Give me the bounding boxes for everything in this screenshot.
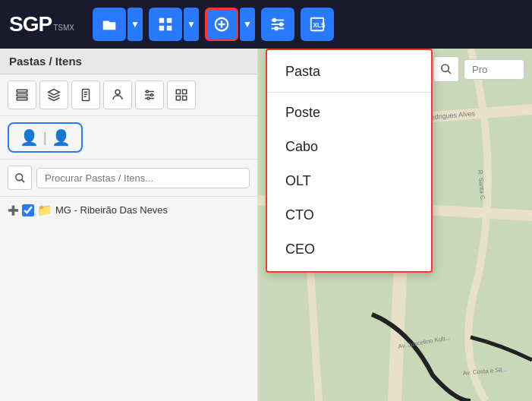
tree-expand-icon[interactable]: ➕: [8, 205, 19, 216]
user-red-icon: 👤: [52, 128, 71, 147]
map-search-icon[interactable]: [433, 56, 459, 82]
search-button[interactable]: [8, 166, 32, 190]
add-dropdown-arrow[interactable]: ▼: [240, 8, 255, 41]
tree-area: ➕ 📁 MG - Ribeirão Das Neves: [0, 197, 257, 223]
svg-line-34: [21, 179, 24, 182]
svg-point-26: [146, 90, 149, 93]
svg-rect-30: [183, 90, 187, 93]
logo-sgp-text: SGP: [9, 14, 52, 35]
breadcrumb: Pastas / Itens: [0, 49, 257, 74]
grid-button[interactable]: [149, 8, 182, 41]
user-filter-divider: |: [43, 130, 47, 146]
search-bar: [0, 159, 257, 197]
svg-point-12: [275, 27, 278, 30]
dropdown-item-olt[interactable]: OLT: [267, 164, 431, 198]
logo-tsmx-text: TSMX: [53, 24, 74, 32]
search-input[interactable]: [36, 168, 250, 188]
add-button[interactable]: [205, 8, 238, 41]
svg-point-11: [280, 23, 283, 26]
folder-btn-group: ▼: [93, 8, 143, 41]
toolbar-icon-tune[interactable]: [135, 81, 164, 109]
toolbar-icon-list[interactable]: [8, 81, 36, 109]
grid-dropdown-arrow[interactable]: ▼: [184, 8, 199, 41]
dropdown-item-ceo[interactable]: CEO: [267, 232, 431, 267]
user-filter-section: 👤 | 👤: [0, 116, 257, 159]
svg-rect-0: [159, 18, 164, 23]
map-search-input[interactable]: [464, 59, 524, 80]
folder-dropdown-arrow[interactable]: ▼: [127, 8, 143, 41]
svg-point-22: [115, 90, 120, 94]
svg-rect-32: [183, 96, 187, 100]
svg-rect-2: [159, 26, 164, 30]
settings-button[interactable]: [261, 8, 294, 41]
toolbar-icon-timer[interactable]: [71, 81, 100, 109]
dropdown-item-poste[interactable]: Poste: [267, 96, 431, 130]
dropdown-item-cabo[interactable]: Cabo: [267, 130, 431, 164]
icon-toolbar: [0, 74, 257, 116]
toolbar-icon-grid2[interactable]: [167, 81, 196, 109]
user-green-icon: 👤: [20, 128, 39, 147]
dropdown-item-pasta[interactable]: Pasta: [267, 55, 431, 89]
tree-folder-icon: 📁: [37, 203, 52, 217]
dropdown-overlay: Pasta Poste Cabo OLT CTO CEO: [266, 49, 433, 273]
toolbar-icon-person[interactable]: [103, 81, 132, 109]
svg-point-28: [147, 97, 150, 99]
tree-row: ➕ 📁 MG - Ribeirão Das Neves: [8, 203, 250, 217]
svg-text:XLS: XLS: [313, 22, 326, 29]
folder-button[interactable]: [93, 8, 126, 41]
dropdown-item-cto[interactable]: CTO: [267, 198, 431, 232]
user-filter-toggle[interactable]: 👤 | 👤: [8, 122, 83, 153]
grid-btn-group: ▼: [149, 8, 199, 41]
svg-rect-1: [167, 18, 172, 23]
svg-point-33: [15, 173, 22, 180]
left-panel: Pastas / Itens 👤 |: [0, 49, 258, 401]
svg-rect-17: [17, 98, 27, 100]
toolbar-icon-box[interactable]: [39, 81, 68, 109]
tree-item-label: MG - Ribeirão Das Neves: [55, 204, 168, 216]
svg-point-27: [151, 94, 153, 96]
svg-line-46: [448, 71, 451, 74]
svg-rect-29: [176, 90, 180, 93]
app-logo: SGP TSMX: [9, 14, 74, 35]
export-button[interactable]: XLS: [301, 8, 334, 41]
svg-rect-15: [17, 90, 27, 92]
svg-rect-3: [167, 26, 172, 30]
svg-point-10: [273, 19, 276, 22]
tree-checkbox[interactable]: [22, 204, 34, 216]
add-dropdown-menu: Pasta Poste Cabo OLT CTO CEO: [266, 49, 433, 273]
map-search-bar: [433, 56, 524, 82]
dropdown-divider: [267, 92, 431, 93]
app-header: SGP TSMX ▼ ▼ ▼ XLS: [0, 0, 532, 49]
svg-point-45: [442, 65, 449, 71]
svg-rect-16: [17, 94, 27, 96]
add-btn-group: ▼: [205, 8, 255, 41]
svg-rect-31: [176, 96, 180, 100]
